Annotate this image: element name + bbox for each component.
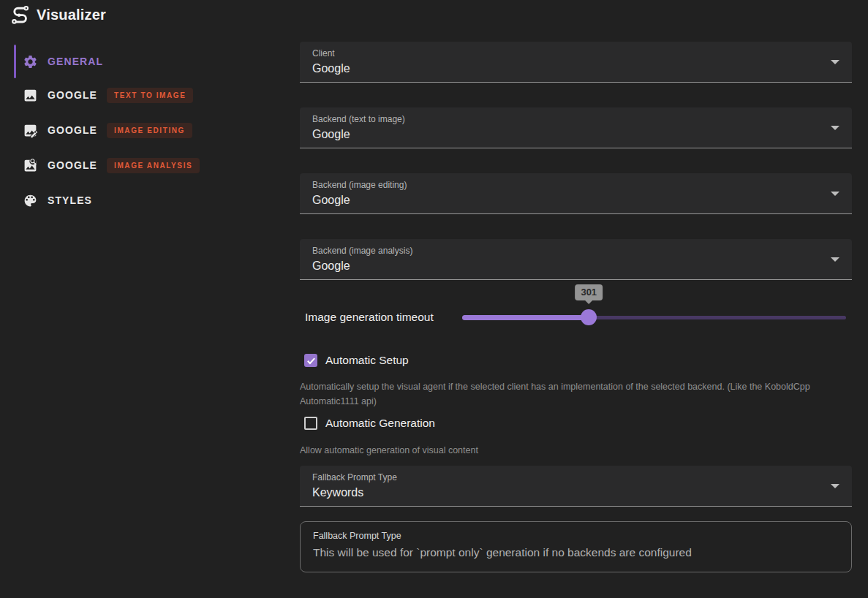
- chevron-down-icon: [831, 126, 839, 130]
- checkmark-icon: [306, 355, 317, 366]
- automatic-setup-checkbox-row[interactable]: Automatic Setup: [304, 352, 409, 368]
- automatic-setup-helper-text: Automatically setup the visual agent if …: [300, 379, 841, 409]
- slider-value-bubble: 301: [575, 284, 603, 300]
- slider-thumb[interactable]: [581, 309, 597, 325]
- sidebar-item-general[interactable]: GENERAL: [0, 44, 300, 79]
- select-label: Fallback Prompt Type: [312, 472, 397, 482]
- automatic-generation-checkbox[interactable]: [304, 417, 317, 430]
- select-value: Google: [312, 194, 350, 207]
- fallback-prompt-type-select[interactable]: Fallback Prompt Type Keywords: [300, 466, 852, 507]
- select-value: Google: [312, 260, 350, 273]
- checkbox-label: Automatic Generation: [325, 417, 435, 430]
- timeout-slider-row: Image generation timeout 301: [300, 307, 852, 328]
- sidebar-item-label: GENERAL: [48, 56, 103, 67]
- app-root: Visualizer GENERAL GOOGLE TEXT TO IMAGE: [0, 0, 868, 598]
- select-label: Backend (image editing): [312, 180, 407, 190]
- select-label: Client: [312, 48, 335, 58]
- slider-fill: [462, 315, 589, 320]
- select-label: Backend (text to image): [312, 114, 405, 124]
- select-value: Keywords: [312, 486, 363, 499]
- select-value: Google: [312, 128, 350, 141]
- automatic-generation-checkbox-row[interactable]: Automatic Generation: [304, 415, 435, 431]
- capability-badge: IMAGE EDITING: [107, 123, 192, 138]
- image-search-icon: [22, 157, 38, 173]
- backend-image-editing-select[interactable]: Backend (image editing) Google: [300, 173, 852, 214]
- checkbox-label: Automatic Setup: [325, 354, 409, 367]
- select-label: Backend (image analysis): [312, 246, 412, 256]
- text-field-value: This will be used for `prompt only` gene…: [313, 546, 692, 559]
- chevron-down-icon: [831, 484, 839, 488]
- backend-text-to-image-select[interactable]: Backend (text to image) Google: [300, 107, 852, 148]
- sidebar-item-styles[interactable]: STYLES: [0, 183, 300, 218]
- sidebar-item-google-text-to-image[interactable]: GOOGLE TEXT TO IMAGE: [0, 77, 300, 113]
- sidebar-item-label: GOOGLE: [48, 124, 97, 136]
- sidebar-item-label: GOOGLE: [48, 89, 97, 101]
- chevron-down-icon: [831, 60, 839, 64]
- timeout-slider[interactable]: 301: [462, 307, 846, 328]
- text-field-label: Fallback Prompt Type: [313, 531, 401, 541]
- client-select[interactable]: Client Google: [300, 42, 852, 83]
- sidebar-item-google-image-editing[interactable]: GOOGLE IMAGE EDITING: [0, 113, 300, 148]
- chevron-down-icon: [831, 257, 839, 262]
- automatic-setup-checkbox[interactable]: [304, 354, 317, 367]
- app-header: Visualizer: [0, 0, 106, 29]
- fallback-prompt-type-input[interactable]: Fallback Prompt Type This will be used f…: [300, 521, 852, 572]
- sidebar-item-google-image-analysis[interactable]: GOOGLE IMAGE ANALYSIS: [0, 148, 300, 183]
- image-icon: [22, 87, 38, 103]
- settings-panel: Client Google Backend (text to image) Go…: [300, 0, 852, 598]
- select-value: Google: [312, 62, 350, 75]
- slider-label: Image generation timeout: [305, 307, 434, 328]
- automatic-generation-helper-text: Allow automatic generation of visual con…: [300, 443, 841, 458]
- sidebar-item-label: STYLES: [48, 194, 92, 206]
- backend-image-analysis-select[interactable]: Backend (image analysis) Google: [300, 239, 852, 280]
- image-edit-icon: [22, 122, 38, 138]
- sidebar-item-label: GOOGLE: [48, 159, 97, 171]
- gear-icon: [22, 53, 38, 69]
- capability-badge: IMAGE ANALYSIS: [107, 158, 200, 173]
- app-title: Visualizer: [37, 7, 106, 23]
- capability-badge: TEXT TO IMAGE: [107, 88, 193, 103]
- chevron-down-icon: [831, 192, 839, 196]
- palette-icon: [22, 192, 38, 208]
- route-icon: [8, 3, 31, 26]
- active-indicator: [14, 45, 16, 78]
